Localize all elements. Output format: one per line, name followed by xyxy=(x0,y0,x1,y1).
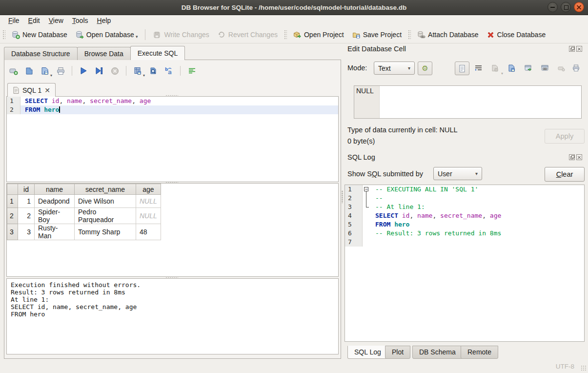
menu-tools[interactable]: Tools xyxy=(68,16,93,25)
toolbar-grip[interactable] xyxy=(284,29,287,40)
close-button[interactable] xyxy=(574,2,584,12)
sql-tab[interactable]: SQL 1 ✕ xyxy=(7,83,56,97)
bottom-tab-sql-log[interactable]: SQL Log xyxy=(347,346,388,359)
table-cell[interactable]: NULL xyxy=(136,195,161,208)
menu-file[interactable]: File xyxy=(4,16,24,25)
open-sql-file-button[interactable] xyxy=(24,65,35,76)
write-changes-button[interactable]: Write Changes xyxy=(149,28,213,41)
sql-toolbar-separator xyxy=(72,66,72,76)
table-cell[interactable]: NULL xyxy=(136,208,161,224)
new-sql-tab-button[interactable] xyxy=(8,65,19,76)
encoding-status: UTF-8 xyxy=(556,363,574,370)
set-null-button[interactable] xyxy=(554,62,568,74)
panel-float-icon[interactable] xyxy=(569,154,575,160)
menu-help[interactable]: Help xyxy=(93,16,116,25)
splitter-handle[interactable] xyxy=(165,182,178,183)
row-header[interactable]: 1 xyxy=(7,195,18,208)
table-cell[interactable]: 1 xyxy=(18,195,35,208)
mode-select[interactable]: Text ▾ xyxy=(374,62,415,75)
table-row[interactable]: 33Rusty-ManTommy Sharp48 xyxy=(7,224,161,240)
minimize-button[interactable] xyxy=(547,2,558,12)
table-cell[interactable]: Deadpond xyxy=(35,195,75,208)
column-header-age[interactable]: age xyxy=(136,184,161,195)
fold-collapse-icon[interactable] xyxy=(363,185,371,194)
table-cell[interactable]: Dive Wilson xyxy=(75,195,136,208)
table-cell[interactable]: Spider-Boy xyxy=(35,208,75,224)
word-wrap-button[interactable] xyxy=(471,62,485,74)
save-results-dropdown-arrow[interactable]: ▾ xyxy=(143,73,145,78)
chevron-down-icon: ▾ xyxy=(475,171,478,176)
apply-button[interactable]: Apply xyxy=(545,129,585,144)
open-database-dropdown-arrow[interactable]: ▾ xyxy=(136,34,138,39)
tab-browse-data[interactable]: Browse Data xyxy=(77,47,131,60)
save-sql-dropdown-arrow[interactable]: ▾ xyxy=(50,73,52,78)
export-cell-button[interactable] xyxy=(505,62,518,74)
panel-splitter-handle[interactable] xyxy=(342,190,343,203)
print-sql-button[interactable] xyxy=(55,65,66,76)
maximize-button[interactable] xyxy=(561,2,571,12)
table-cell[interactable]: 2 xyxy=(18,208,35,224)
sql-tab-close-icon[interactable]: ✕ xyxy=(44,86,50,94)
column-header-id[interactable]: id xyxy=(18,184,35,195)
tab-database-structure[interactable]: Database Structure xyxy=(4,47,78,60)
revert-changes-button[interactable]: Revert Changes xyxy=(213,28,282,41)
bottom-tab-remote[interactable]: Remote xyxy=(461,346,498,359)
results-corner-cell[interactable] xyxy=(7,184,18,195)
titlebar[interactable]: DB Browser for SQLite - /home/user/code/… xyxy=(0,0,588,15)
text-preview-button[interactable] xyxy=(455,62,469,75)
fold-margin xyxy=(363,238,371,247)
resize-grip[interactable] xyxy=(581,365,587,371)
menu-edit[interactable]: Edit xyxy=(24,16,44,25)
sql-log-view[interactable]: 1-- EXECUTING ALL IN 'SQL 1'2--3-- At li… xyxy=(345,185,585,342)
import-cell-button[interactable]: ▾ xyxy=(488,62,502,74)
column-header-name[interactable]: name xyxy=(35,184,75,195)
panel-float-icon[interactable] xyxy=(569,46,575,52)
cell-editor-content[interactable] xyxy=(380,86,581,118)
print-cell-button[interactable] xyxy=(569,62,583,74)
bottom-tab-db-schema[interactable]: DB Schema xyxy=(412,346,463,359)
toolbar-grip[interactable] xyxy=(2,29,5,40)
save-sql-file-button[interactable]: ▾ xyxy=(40,65,50,76)
execute-line-button[interactable] xyxy=(94,65,104,76)
row-header[interactable]: 3 xyxy=(7,224,18,240)
clear-log-button[interactable]: Clear xyxy=(545,167,585,182)
line-number: 1 xyxy=(345,185,363,194)
row-header[interactable]: 2 xyxy=(7,208,18,224)
sql-editor[interactable]: 1SELECT id, name, secret_name, age2FROM … xyxy=(6,96,339,182)
format-sql-button[interactable] xyxy=(186,65,197,76)
splitter-handle[interactable] xyxy=(165,277,178,278)
splitter-handle[interactable] xyxy=(165,95,178,96)
table-cell[interactable]: Pedro Parqueador xyxy=(75,208,136,224)
bottom-tab-plot[interactable]: Plot xyxy=(385,346,410,359)
menu-view[interactable]: View xyxy=(44,16,68,25)
find-button[interactable] xyxy=(148,65,159,76)
open-database-button[interactable]: Open Database ▾ xyxy=(71,28,142,41)
execution-status-box: Execution finished without errors. Resul… xyxy=(6,278,339,354)
cell-editor[interactable]: NULL xyxy=(354,85,582,119)
table-cell[interactable]: 3 xyxy=(18,224,35,240)
panel-close-icon[interactable] xyxy=(576,154,582,160)
tab-execute-sql[interactable]: Execute SQL xyxy=(130,46,185,60)
toolbar-grip[interactable] xyxy=(407,29,411,40)
stop-button[interactable] xyxy=(109,65,120,76)
execute-all-button[interactable] xyxy=(78,65,89,76)
auto-apply-button[interactable]: ⚙ xyxy=(418,62,432,75)
table-cell[interactable]: Rusty-Man xyxy=(35,224,75,240)
table-row[interactable]: 11DeadpondDive WilsonNULL xyxy=(7,195,161,208)
panel-close-icon[interactable] xyxy=(576,46,582,52)
save-project-button[interactable]: Save Project xyxy=(348,28,406,41)
replace-button[interactable]: b a xyxy=(163,65,174,76)
save-results-button[interactable]: ▾ xyxy=(132,65,143,76)
svg-text:a: a xyxy=(168,69,172,76)
column-header-secret-name[interactable]: secret_name xyxy=(75,184,136,195)
table-cell[interactable]: 48 xyxy=(136,224,161,240)
table-row[interactable]: 22Spider-BoyPedro ParqueadorNULL xyxy=(7,208,161,224)
log-filter-select[interactable]: User ▾ xyxy=(433,167,482,180)
table-cell[interactable]: Tommy Sharp xyxy=(75,224,136,240)
open-external-button[interactable] xyxy=(521,62,535,74)
new-database-button[interactable]: New Database xyxy=(7,28,71,41)
close-database-button[interactable]: Close Database xyxy=(483,29,550,41)
open-project-button[interactable]: Open Project xyxy=(289,28,348,41)
attach-database-button[interactable]: Attach Database xyxy=(413,28,483,41)
copy-url-button[interactable] xyxy=(538,62,551,74)
